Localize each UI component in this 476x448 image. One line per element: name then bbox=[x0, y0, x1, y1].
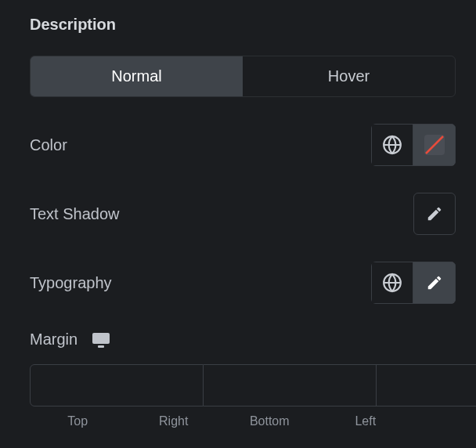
margin-left-label: Left bbox=[318, 414, 414, 428]
margin-sublabels: Top Right Bottom Left bbox=[30, 414, 456, 428]
no-color-icon bbox=[423, 133, 446, 157]
globe-icon bbox=[382, 135, 402, 155]
typography-global-button[interactable] bbox=[371, 262, 413, 304]
typography-edit-button[interactable] bbox=[413, 262, 456, 304]
svg-rect-4 bbox=[92, 333, 110, 344]
text-shadow-edit-button[interactable] bbox=[413, 193, 456, 235]
margin-header: Margin bbox=[30, 331, 456, 349]
typography-controls bbox=[371, 262, 456, 304]
style-panel: Description Normal Hover Color Text S bbox=[0, 0, 476, 444]
tab-hover[interactable]: Hover bbox=[243, 56, 455, 96]
monitor-icon bbox=[92, 332, 110, 348]
responsive-button[interactable] bbox=[92, 332, 110, 348]
color-swatch-button[interactable] bbox=[413, 124, 456, 166]
color-label: Color bbox=[30, 136, 67, 154]
tab-normal[interactable]: Normal bbox=[31, 56, 243, 96]
color-global-button[interactable] bbox=[371, 124, 413, 166]
pencil-icon bbox=[426, 205, 443, 222]
typography-row: Typography bbox=[30, 262, 456, 304]
margin-top-label: Top bbox=[30, 414, 126, 428]
margin-inputs bbox=[30, 364, 456, 406]
margin-right-input[interactable] bbox=[204, 364, 377, 406]
color-controls bbox=[371, 124, 456, 166]
text-shadow-controls bbox=[413, 193, 456, 235]
text-shadow-row: Text Shadow bbox=[30, 193, 456, 235]
section-title: Description bbox=[30, 16, 456, 34]
margin-bottom-label: Bottom bbox=[222, 414, 318, 428]
margin-right-label: Right bbox=[126, 414, 222, 428]
color-row: Color bbox=[30, 124, 456, 166]
state-tabs: Normal Hover bbox=[30, 56, 456, 97]
margin-bottom-input[interactable] bbox=[377, 364, 476, 406]
margin-top-input[interactable] bbox=[30, 364, 204, 406]
margin-label: Margin bbox=[30, 331, 78, 349]
typography-label: Typography bbox=[30, 274, 112, 292]
text-shadow-label: Text Shadow bbox=[30, 205, 120, 223]
svg-rect-5 bbox=[98, 345, 104, 348]
globe-icon bbox=[382, 273, 402, 293]
pencil-icon bbox=[426, 274, 443, 291]
margin-blank-label bbox=[413, 414, 456, 428]
